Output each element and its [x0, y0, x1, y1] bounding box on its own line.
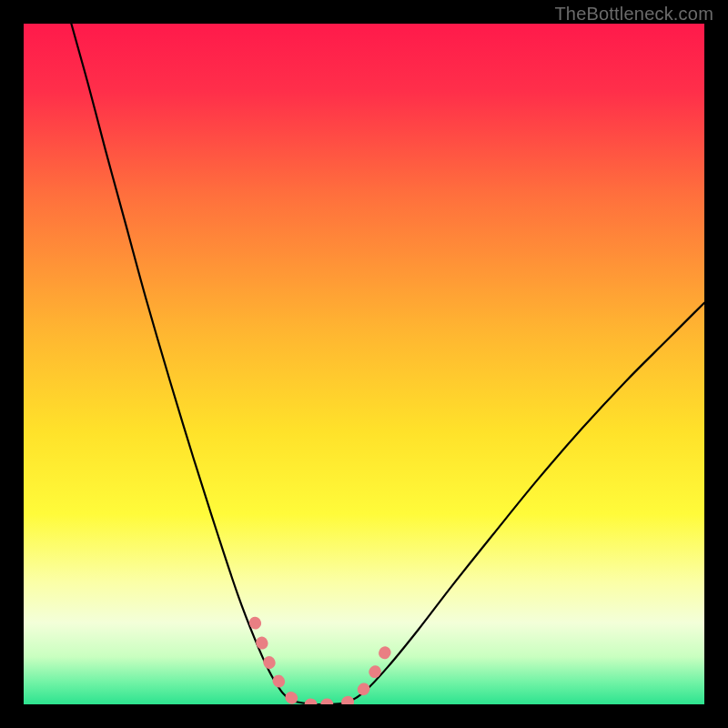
- watermark-text: TheBottleneck.com: [554, 4, 713, 25]
- valley-flat-path: [291, 701, 347, 704]
- chart-frame: TheBottleneck.com: [0, 0, 728, 728]
- right-curve-path: [347, 303, 704, 703]
- pink-highlight-left-path: [255, 622, 319, 704]
- pink-highlight-right-path: [327, 646, 388, 704]
- plot-area: [24, 24, 704, 704]
- left-curve-path: [71, 24, 291, 701]
- curve-layer: [24, 24, 704, 704]
